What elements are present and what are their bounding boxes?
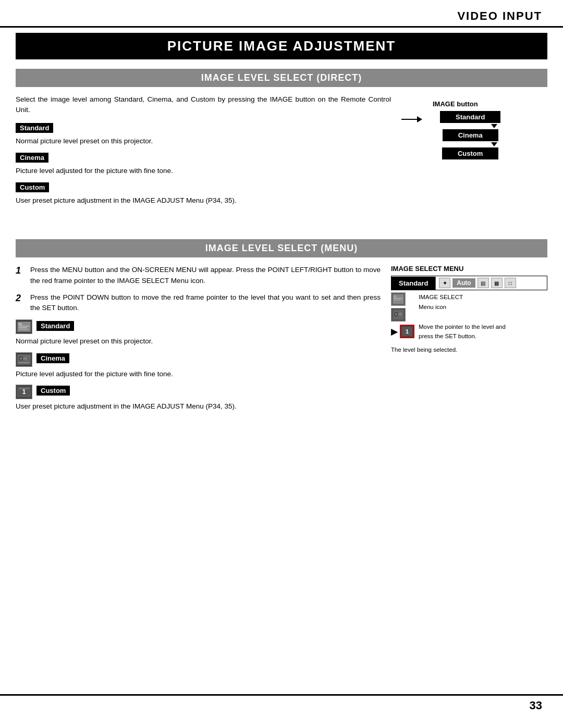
flow-custom: Custom	[442, 147, 498, 159]
standard-icon-box	[16, 319, 32, 334]
video-input-title: VIDEO INPUT	[457, 9, 542, 22]
custom-icon-box: 1	[16, 385, 32, 399]
cinema-small-icon	[393, 310, 404, 320]
custom-label-direct: Custom	[16, 182, 49, 192]
toolbar-auto-label: Auto	[452, 278, 475, 288]
main-title-bar: PICTURE IMAGE ADJUSTMENT	[16, 33, 547, 59]
section1-header: IMAGE LEVEL SELECT (DIRECT)	[16, 69, 547, 87]
section1-right: IMAGE button Standard Cinema	[401, 94, 547, 212]
level-standard-menu: Standard	[16, 319, 381, 334]
standard-small-icon	[393, 294, 404, 304]
svg-text:1: 1	[22, 388, 26, 396]
svg-rect-14	[394, 298, 403, 299]
toolbar-icon-1[interactable]: ▤	[478, 278, 489, 288]
level-standard-direct: Standard Normal picture level preset on …	[16, 123, 391, 146]
section1-left: Select the image level among Standard, C…	[16, 94, 401, 212]
level-cinema-menu: Cinema	[16, 352, 381, 367]
svg-rect-11	[19, 388, 29, 389]
level-custom-direct: Custom User preset picture adjustment in…	[16, 182, 391, 206]
section1-title: IMAGE LEVEL SELECT (DIRECT)	[16, 72, 547, 83]
step-2-text: Press the POINT DOWN button to move the …	[30, 292, 381, 314]
step-2-number: 2	[16, 292, 26, 314]
menu-custom-icon: 1	[400, 325, 414, 338]
image-select-menu-label: IMAGE SELECT MENU	[391, 265, 547, 273]
svg-rect-8	[19, 362, 29, 363]
flow-cinema: Cinema	[443, 129, 498, 141]
svg-rect-15	[394, 300, 401, 300]
image-button-label: IMAGE button	[433, 100, 478, 108]
menu-notes-col: IMAGE SELECTMenu icon Move the pointer t…	[419, 292, 547, 344]
section2-left: 1 Press the MENU button and the ON-SCREE…	[16, 265, 391, 412]
custom-desc-menu: User preset picture adjustment in the IM…	[16, 401, 381, 412]
cinema-desc-direct: Picture level adjusted for the picture w…	[16, 166, 391, 176]
standard-desc-menu: Normal picture level preset on this proj…	[16, 336, 381, 347]
section2-header: IMAGE LEVEL SELECT (MENU)	[16, 239, 547, 257]
menu-icon-row-custom: ▶ 1	[391, 325, 414, 338]
toolbar-standard: Standard	[391, 277, 436, 290]
toolbar-icon-2[interactable]: ▦	[491, 278, 503, 288]
section2-title: IMAGE LEVEL SELECT (MENU)	[16, 243, 547, 254]
bottom-line	[0, 694, 563, 696]
custom-icon: 1	[17, 386, 31, 398]
cinema-icon	[17, 353, 31, 366]
cinema-icon-box	[16, 352, 32, 367]
diagram-flow: Standard Cinema Custom	[440, 110, 500, 161]
cinema-label-menu: Cinema	[36, 353, 69, 363]
pointer-note: Move the pointer to the level andpress t…	[419, 322, 547, 341]
page-header: VIDEO INPUT	[0, 0, 563, 28]
section2-content: 1 Press the MENU button and the ON-SCREE…	[16, 257, 547, 419]
menu-toolbar-container: Standard ✦ Auto ▤ ▦ □	[391, 276, 547, 290]
menu-standard-icon	[391, 292, 406, 306]
custom-label-menu: Custom	[36, 386, 70, 396]
cinema-desc-menu: Picture level adjusted for the picture w…	[16, 369, 381, 379]
svg-rect-13	[394, 295, 396, 298]
svg-text:1: 1	[406, 328, 409, 335]
cinema-label-direct: Cinema	[16, 153, 48, 163]
step-1: 1 Press the MENU button and the ON-SCREE…	[16, 265, 381, 286]
menu-body: ▶ 1 IMAGE SELECTMenu icon Move the point…	[391, 292, 547, 344]
svg-rect-1	[19, 323, 22, 325]
custom-small-icon: 1	[401, 326, 413, 337]
section1-intro: Select the image level among Standard, C…	[16, 94, 391, 116]
selected-note: The level being selected.	[391, 347, 547, 353]
flow-standard: Standard	[440, 111, 500, 123]
image-select-note: IMAGE SELECTMenu icon	[419, 292, 547, 312]
step-1-text: Press the MENU button and the ON-SCREEN …	[30, 265, 381, 286]
step-2: 2 Press the POINT DOWN button to move th…	[16, 292, 381, 314]
level-custom-menu: 1 Custom	[16, 385, 381, 399]
standard-label-direct: Standard	[16, 123, 53, 133]
svg-rect-4	[19, 329, 28, 330]
custom-desc-direct: User preset picture adjustment in the IM…	[16, 195, 391, 206]
standard-label-menu: Standard	[36, 321, 74, 331]
main-title: PICTURE IMAGE ADJUSTMENT	[36, 38, 527, 54]
pointer-indicator: ▶	[391, 327, 397, 337]
toolbar-icon-3[interactable]: □	[505, 278, 516, 288]
menu-cinema-icon	[391, 308, 406, 322]
standard-icon	[17, 320, 31, 333]
step-1-number: 1	[16, 265, 26, 286]
section2-right: IMAGE SELECT MENU Standard ✦ Auto ▤ ▦ □	[391, 265, 547, 412]
section1-diagram: IMAGE button Standard Cinema	[401, 100, 547, 161]
menu-icons-col: ▶ 1	[391, 292, 414, 344]
svg-point-18	[395, 313, 397, 315]
menu-icon-row-standard	[391, 292, 414, 306]
svg-rect-2	[19, 326, 29, 327]
svg-rect-3	[19, 327, 27, 328]
toolbar-icon-wand[interactable]: ✦	[439, 278, 450, 288]
menu-icon-row-cinema	[391, 308, 414, 322]
svg-point-7	[20, 357, 22, 360]
page-number: 33	[530, 699, 542, 712]
standard-desc-direct: Normal picture level preset on this proj…	[16, 136, 391, 146]
section1-content: Select the image level among Standard, C…	[16, 87, 547, 219]
level-cinema-direct: Cinema Picture level adjusted for the pi…	[16, 153, 391, 176]
